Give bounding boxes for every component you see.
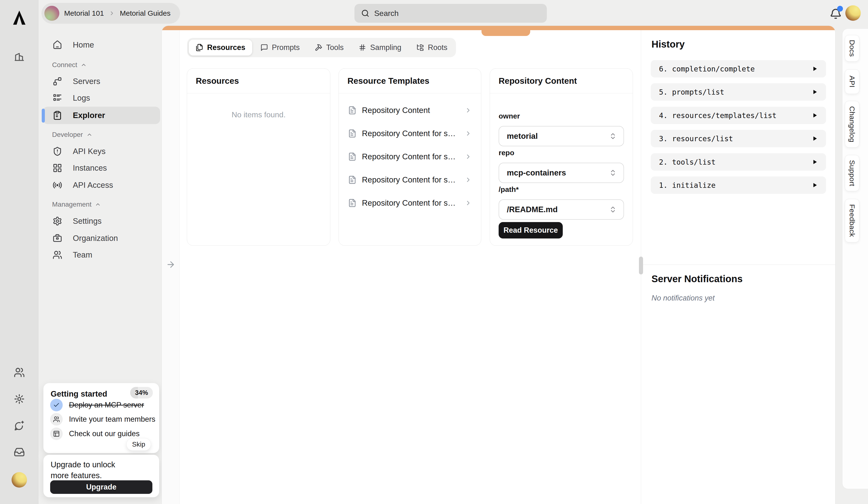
side-tab-changelog[interactable]: Changelog — [845, 101, 859, 148]
explorer-icon — [53, 111, 62, 120]
sidebar-item-home[interactable]: Home — [43, 36, 160, 53]
history-region: History 6. completion/complete 5. prompt… — [641, 30, 835, 504]
workspace-avatar[interactable] — [12, 472, 27, 487]
history-item[interactable]: 2. tools/list — [651, 153, 826, 171]
task-check-circle — [50, 399, 63, 411]
chevron-right-icon — [465, 130, 472, 137]
sidebar-section-management[interactable]: Management — [52, 199, 101, 210]
search-input[interactable]: Search — [354, 4, 547, 23]
sidebar-item-instances[interactable]: Instances — [43, 159, 160, 177]
history-item[interactable]: 4. resources/templates/list — [651, 107, 826, 124]
upgrade-card: Upgrade to unlock more features. Upgrade — [43, 455, 159, 497]
folder-tree-icon — [416, 44, 424, 51]
section-label: Management — [52, 201, 91, 208]
template-row[interactable]: Repository Content for spe… — [345, 168, 475, 191]
message-square-icon — [260, 44, 268, 51]
repo-select[interactable]: mcp-containers — [499, 163, 624, 183]
sidebar-item-api-keys[interactable]: API Keys — [43, 143, 160, 160]
collapsed-panel-strip[interactable] — [162, 30, 180, 504]
breadcrumb[interactable]: Metorial 101 Metorial Guides — [41, 3, 180, 24]
organization-switcher-icon[interactable] — [14, 51, 25, 62]
tab-label: Resources — [207, 43, 246, 52]
sidebar-item-organization[interactable]: Organization — [43, 230, 160, 247]
inbox-icon[interactable] — [14, 446, 25, 458]
sidebar: Home Connect Servers Logs Explorer Devel… — [39, 26, 164, 504]
template-row[interactable]: Repository Content — [345, 99, 475, 122]
tab-resources[interactable]: Resources — [189, 40, 252, 56]
sidebar-item-settings[interactable]: Settings — [43, 212, 160, 230]
chevron-right-icon — [465, 153, 472, 160]
history-item[interactable]: 6. completion/complete — [651, 60, 826, 78]
breadcrumb-chevron-icon — [109, 10, 115, 17]
resources-panel: Resources No items found. — [187, 68, 330, 246]
sidebar-item-label: API Keys — [73, 147, 106, 156]
file-text-icon — [348, 152, 356, 161]
history-item[interactable]: 5. prompts/list — [651, 83, 826, 101]
tab-sampling[interactable]: Sampling — [352, 40, 408, 56]
owner-select[interactable]: metorial — [499, 126, 624, 146]
users-icon — [53, 250, 62, 260]
panel-title: Resource Templates — [348, 76, 430, 86]
task-invite-team[interactable]: Invite your team members — [50, 413, 155, 426]
task-icon-circle — [50, 413, 63, 425]
side-tab-feedback[interactable]: Feedback — [845, 199, 859, 242]
briefcase-icon — [53, 233, 62, 243]
side-tab-api[interactable]: API — [845, 69, 859, 94]
grid-icon — [53, 163, 62, 173]
sidebar-section-developer[interactable]: Developer — [52, 129, 93, 140]
sidebar-item-team[interactable]: Team — [43, 246, 160, 264]
upgrade-button[interactable]: Upgrade — [50, 480, 152, 494]
template-row[interactable]: Repository Content for spe… — [345, 191, 475, 214]
side-tab-label: Docs — [848, 40, 856, 57]
chevron-up-icon — [81, 62, 87, 68]
history-item[interactable]: 1. initialize — [651, 177, 826, 194]
file-text-icon — [348, 129, 356, 138]
sidebar-section-connect[interactable]: Connect — [52, 60, 87, 70]
side-tab-support[interactable]: Support — [845, 155, 859, 191]
servers-icon — [53, 77, 62, 86]
active-indicator — [42, 109, 45, 123]
sidebar-item-label: Explorer — [73, 111, 105, 120]
history-item[interactable]: 3. resources/list — [651, 130, 826, 147]
side-tab-docs[interactable]: Docs — [845, 35, 859, 62]
left-rail — [0, 0, 39, 504]
tab-tools[interactable]: Tools — [308, 40, 350, 56]
upgrade-line1: Upgrade to unlock — [51, 459, 115, 470]
tab-prompts[interactable]: Prompts — [254, 40, 307, 56]
divider-drag-handle[interactable] — [639, 256, 643, 274]
task-label: Deploy an MCP server — [69, 401, 144, 410]
task-check-guides[interactable]: Check out our guides — [50, 427, 140, 440]
search-icon — [361, 9, 369, 17]
sidebar-item-label: Instances — [73, 163, 107, 173]
members-icon[interactable] — [14, 367, 25, 378]
upgrade-text: Upgrade to unlock more features. — [51, 459, 115, 481]
skip-button[interactable]: Skip — [126, 438, 151, 451]
user-avatar[interactable] — [845, 5, 861, 21]
tab-label: Prompts — [272, 43, 300, 52]
sidebar-item-label: Servers — [73, 77, 100, 86]
task-label: Check out our guides — [69, 430, 140, 438]
chevrons-up-down-icon — [609, 206, 617, 213]
play-icon — [812, 89, 818, 95]
sidebar-item-explorer[interactable]: Explorer — [43, 107, 160, 124]
notifications-button[interactable] — [829, 7, 842, 20]
side-tab-label: Support — [848, 160, 856, 187]
getting-started-card: Getting started 34% Deploy an MCP server… — [43, 383, 159, 453]
section-divider — [641, 264, 835, 265]
feedback-chat-icon[interactable] — [14, 420, 25, 431]
tab-label: Roots — [428, 43, 447, 52]
settings-icon[interactable] — [14, 393, 25, 405]
read-resource-button[interactable]: Read Resource — [499, 222, 563, 239]
shield-icon — [53, 147, 62, 156]
template-row[interactable]: Repository Content for spe… — [345, 145, 475, 168]
sidebar-item-label: Settings — [73, 216, 102, 226]
template-row[interactable]: Repository Content for spe… — [345, 122, 475, 145]
tab-roots[interactable]: Roots — [410, 40, 454, 56]
history-label: 5. prompts/list — [659, 88, 724, 96]
play-icon — [812, 112, 818, 119]
sidebar-item-logs[interactable]: Logs — [43, 89, 160, 107]
path-select[interactable]: /README.md — [499, 199, 624, 220]
sidebar-item-servers[interactable]: Servers — [43, 73, 160, 90]
task-deploy-server[interactable]: Deploy an MCP server — [50, 399, 144, 412]
sidebar-item-api-access[interactable]: API Access — [43, 177, 160, 194]
